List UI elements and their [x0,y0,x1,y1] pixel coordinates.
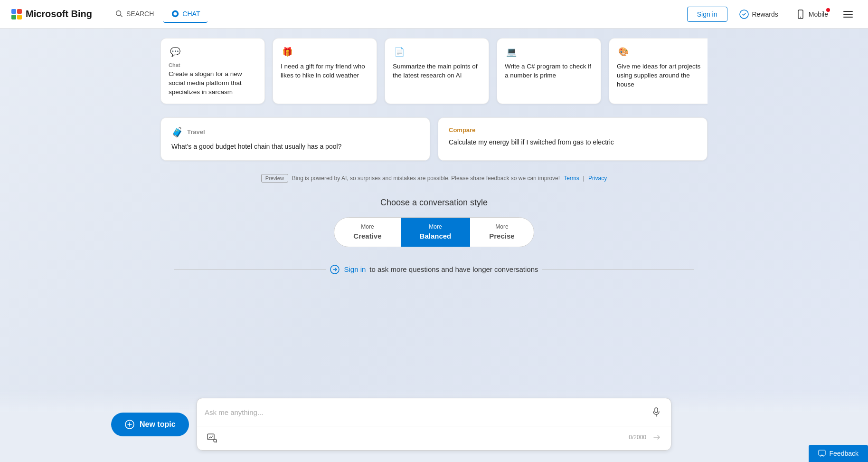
card-prime-icon: 💻 [505,45,518,58]
chat-input-field[interactable] [205,408,649,416]
svg-point-3 [174,12,177,15]
mobile-label: Mobile [809,10,828,18]
search-icon [115,10,123,18]
signin-arrow-icon [330,264,340,275]
signin-line-left [174,269,326,270]
card-art-text: Give me ideas for art projects using sup… [617,62,705,89]
microphone-button[interactable] [649,405,663,419]
microphone-icon [651,407,661,417]
svg-point-6 [800,17,801,18]
precise-more-label: More [495,223,508,231]
svg-rect-11 [208,434,214,440]
terms-link[interactable]: Terms [564,175,579,182]
conversation-style-title: Choose a conversation style [160,198,708,208]
card-sarcasm-text: Create a slogan for a new social media p… [169,70,257,97]
char-count-display: 0/2000 [629,431,663,444]
style-balanced-button[interactable]: More Balanced [401,218,471,247]
svg-rect-9 [655,408,658,413]
chat-input-row [197,398,671,426]
new-topic-button[interactable]: New topic [111,413,189,436]
feedback-icon [818,450,826,457]
rewards-label: Rewards [752,10,778,18]
image-search-button[interactable] [205,430,219,444]
send-button[interactable] [650,431,663,444]
brand-logo[interactable]: Microsoft Bing [11,9,92,19]
new-topic-icon [124,419,135,430]
menu-line-2 [843,14,853,15]
svg-line-13 [217,442,217,443]
chat-input-footer: 0/2000 [197,426,671,450]
chat-label: CHAT [182,10,200,18]
creative-name-label: Creative [353,231,381,241]
signin-banner: Sign in to ask more questions and have l… [160,264,708,275]
style-buttons-group: More Creative More Balanced More Precise [334,217,534,247]
navbar-right: Sign in Rewards Mobile [687,6,857,23]
image-search-icon [207,432,217,443]
bottom-card-travel-category: Travel [187,128,205,135]
char-count-text: 0/2000 [629,434,646,441]
mobile-icon [795,9,806,19]
card-art-icon: 🎨 [617,45,630,58]
bottom-card-travel[interactable]: 🧳 Travel What's a good budget hotel chai… [160,117,430,161]
signin-line-right [542,269,694,270]
menu-line-3 [843,17,853,18]
suggestion-card-research[interactable]: 📄 Summarize the main points of the lates… [385,38,489,104]
main-content: 💬 Chat Create a slogan for a new social … [149,29,719,275]
new-topic-label: New topic [140,420,176,429]
bottom-card-compare-text: Calculate my energy bill if I switched f… [449,137,697,147]
bottom-card-compare-category: Compare [449,126,475,134]
card-research-text: Summarize the main points of the latest … [393,62,481,80]
precise-name-label: Precise [489,231,514,241]
card-gift-text: I need a gift for my friend who likes to… [281,62,369,80]
style-creative-button[interactable]: More Creative [334,218,400,247]
suggestion-cards-row: 💬 Chat Create a slogan for a new social … [160,38,708,108]
conversation-style-section: Choose a conversation style More Creativ… [160,198,708,247]
signin-banner-link[interactable]: Sign in [344,265,366,273]
balanced-more-label: More [429,223,442,231]
menu-line-1 [843,11,853,12]
nav-chat[interactable]: CHAT [163,6,208,23]
search-label: SEARCH [126,10,154,18]
disclaimer-separator: | [583,175,585,182]
signin-banner-message: to ask more questions and have longer co… [369,265,538,273]
navbar: Microsoft Bing SEARCH CHAT Sign in Rewar… [0,0,868,29]
card-prime-text: Write a C# program to check if a number … [505,62,593,80]
style-precise-button[interactable]: More Precise [470,218,533,247]
suggestion-card-sarcasm[interactable]: 💬 Chat Create a slogan for a new social … [160,38,265,104]
nav-items: SEARCH CHAT [107,6,208,23]
sign-in-button[interactable]: Sign in [687,7,727,22]
nav-search[interactable]: SEARCH [107,6,161,23]
bottom-card-compare-header: Compare [449,126,697,134]
chat-icon [171,10,179,18]
chat-input-area: New topic [0,390,868,462]
microsoft-logo [11,9,22,19]
feedback-label: Feedback [830,450,859,457]
hamburger-menu-button[interactable] [840,7,857,21]
svg-line-1 [120,15,122,17]
chat-input-wrapper: New topic [197,398,671,451]
bottom-card-travel-text: What's a good budget hotel chain that us… [171,142,419,152]
mobile-button[interactable]: Mobile [790,6,834,23]
suggestion-card-gift[interactable]: 🎁 I need a gift for my friend who likes … [273,38,377,104]
card-sarcasm-icon: 💬 [169,45,182,58]
balanced-name-label: Balanced [420,231,452,241]
suggestion-card-art[interactable]: 🎨 Give me ideas for art projects using s… [609,38,708,104]
preview-badge: Preview [261,174,288,183]
suggestion-card-prime[interactable]: 💻 Write a C# program to check if a numbe… [497,38,601,104]
send-icon [652,433,661,442]
bottom-cards-row: 🧳 Travel What's a good budget hotel chai… [160,117,708,161]
bottom-card-compare[interactable]: Compare Calculate my energy bill if I sw… [438,117,708,161]
bottom-card-travel-header: 🧳 Travel [171,126,419,138]
card-gift-icon: 🎁 [281,45,294,58]
svg-rect-14 [819,450,825,455]
notification-dot [826,8,830,12]
rewards-button[interactable]: Rewards [733,6,784,23]
bottom-card-travel-icon: 🧳 [171,126,183,138]
disclaimer-message: Bing is powered by AI, so surprises and … [292,175,560,182]
feedback-button[interactable]: Feedback [809,445,868,462]
privacy-link[interactable]: Privacy [588,175,607,182]
brand-name: Microsoft Bing [26,9,92,19]
card-sarcasm-category: Chat [169,62,257,68]
disclaimer-bar: Preview Bing is powered by AI, so surpri… [160,174,708,183]
creative-more-label: More [361,223,374,231]
